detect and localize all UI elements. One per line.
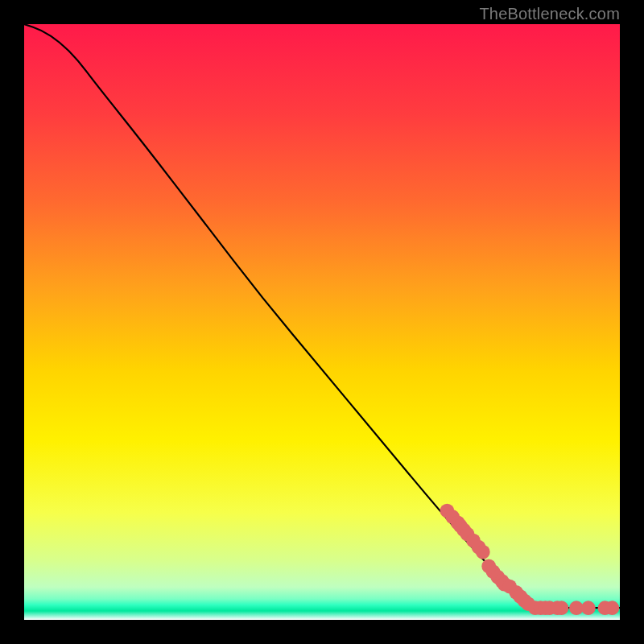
data-marker: [581, 601, 596, 615]
attribution-text: TheBottleneck.com: [479, 5, 620, 23]
data-marker: [476, 545, 490, 559]
plot-background: [24, 24, 620, 620]
chart-frame: TheBottleneck.com: [0, 0, 644, 644]
data-marker: [605, 601, 620, 615]
data-marker: [555, 601, 569, 615]
bottleneck-chart: [24, 24, 620, 620]
